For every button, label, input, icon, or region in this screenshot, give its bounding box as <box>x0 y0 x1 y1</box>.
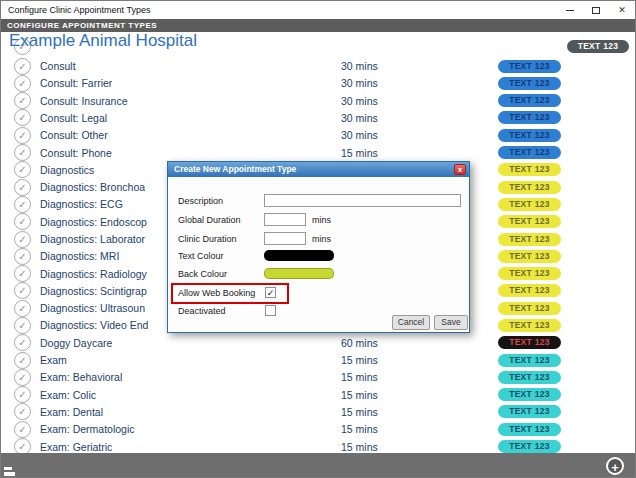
text-colour-label: Text Colour <box>178 251 224 262</box>
appointment-duration: 30 mins <box>341 95 378 107</box>
app-window: Configure Clinic Appointment Types ✕ CON… <box>0 0 636 478</box>
check-circle-icon: ✓ <box>14 231 31 248</box>
allow-web-booking-label: Allow Web Booking <box>178 288 255 299</box>
dialog-body: Description Global Duration mins Clinic … <box>168 177 469 332</box>
minimize-button[interactable] <box>557 1 583 19</box>
add-appointment-button[interactable]: + <box>606 457 624 475</box>
check-circle-icon: ✓ <box>14 369 31 386</box>
partial-row-badge: TEXT 123 <box>567 40 629 53</box>
check-circle-icon: ✓ <box>14 109 31 126</box>
appointment-color-badge: TEXT 123 <box>498 129 561 142</box>
appointment-name: Diagnostics: Scintigrap <box>40 285 147 297</box>
appointment-color-badge: TEXT 123 <box>498 354 561 367</box>
list-item[interactable]: ✓Exam15 minsTEXT 123 <box>1 351 636 368</box>
appointment-name: Consult: Farrier <box>40 77 112 89</box>
list-item[interactable]: ✓Consult: Other30 minsTEXT 123 <box>1 127 636 144</box>
create-appointment-dialog: Create New Appointment Type x Descriptio… <box>167 161 470 333</box>
appointment-name: Exam: Dermatologic <box>40 423 135 435</box>
clinic-duration-label: Clinic Duration <box>178 234 237 245</box>
appointment-name: Consult: Legal <box>40 112 107 124</box>
appointment-duration: 60 mins <box>341 337 378 349</box>
check-circle-icon: ✓ <box>14 75 31 92</box>
appointment-color-badge: TEXT 123 <box>498 60 561 73</box>
text-colour-swatch[interactable] <box>264 250 334 261</box>
deactivated-checkbox[interactable] <box>265 305 276 316</box>
appointment-color-badge: TEXT 123 <box>498 423 561 436</box>
appointment-color-badge: TEXT 123 <box>498 181 561 194</box>
back-colour-label: Back Colour <box>178 269 227 280</box>
list-item[interactable]: ✓Consult: Insurance30 minsTEXT 123 <box>1 92 636 109</box>
appointment-duration: 15 mins <box>341 406 378 418</box>
appointment-name: Diagnostics: Ultrasoun <box>40 302 145 314</box>
corner-mark-icon <box>4 472 15 476</box>
check-circle-icon: ✓ <box>14 144 31 161</box>
close-button[interactable]: ✕ <box>609 1 635 19</box>
global-duration-input[interactable] <box>264 213 306 226</box>
appointment-name: Exam: Colic <box>40 389 96 401</box>
appointment-color-badge: TEXT 123 <box>498 198 561 211</box>
appointment-name: Diagnostics: Laborator <box>40 233 145 245</box>
list-item[interactable]: ✓Exam: Dermatologic15 minsTEXT 123 <box>1 421 636 438</box>
dialog-close-button[interactable]: x <box>454 164 466 175</box>
check-circle-icon: ✓ <box>14 300 31 317</box>
appointment-color-badge: TEXT 123 <box>498 111 561 124</box>
appointment-duration: 30 mins <box>341 112 378 124</box>
minimize-icon <box>566 10 574 11</box>
appointment-color-badge: TEXT 123 <box>498 388 561 401</box>
window-controls: ✕ <box>557 1 635 19</box>
clinic-duration-input[interactable] <box>264 232 306 245</box>
list-item[interactable]: ✓Consult30 minsTEXT 123 <box>1 57 636 74</box>
dialog-title: Create New Appointment Type <box>174 164 296 174</box>
appointment-color-badge: TEXT 123 <box>498 302 561 315</box>
back-colour-swatch[interactable] <box>264 268 334 279</box>
appointment-duration: 15 mins <box>341 354 378 366</box>
allow-web-booking-checkbox[interactable]: ✓ <box>265 287 276 298</box>
list-item[interactable]: ✓Exam: Behavioral15 minsTEXT 123 <box>1 369 636 386</box>
global-duration-unit: mins <box>312 215 331 225</box>
check-circle-icon: ✓ <box>14 161 31 178</box>
list-item[interactable]: ✓Consult: Legal30 minsTEXT 123 <box>1 109 636 126</box>
list-item[interactable]: ✓Consult: Farrier30 minsTEXT 123 <box>1 75 636 92</box>
appointment-name: Consult: Other <box>40 129 108 141</box>
check-circle-icon: ✓ <box>14 386 31 403</box>
appointment-name: Exam <box>40 354 67 366</box>
appointment-duration: 30 mins <box>341 129 378 141</box>
appointment-color-badge: TEXT 123 <box>498 371 561 384</box>
appointment-name: Consult: Insurance <box>40 95 128 107</box>
appointment-color-badge: TEXT 123 <box>498 284 561 297</box>
appointment-name: Consult <box>40 60 76 72</box>
description-input[interactable] <box>264 194 461 207</box>
appointment-color-badge: TEXT 123 <box>498 77 561 90</box>
description-label: Description <box>178 196 223 207</box>
title-bar: Configure Clinic Appointment Types ✕ <box>1 1 635 19</box>
appointment-name: Diagnostics: Video End <box>40 319 148 331</box>
check-circle-icon: ✓ <box>14 282 31 299</box>
appointment-name: Diagnostics: ECG <box>40 198 123 210</box>
appointment-name: Diagnostics: MRI <box>40 250 119 262</box>
appointment-name: Diagnostics: Endoscop <box>40 216 147 228</box>
list-item[interactable]: ✓Doggy Daycare60 minsTEXT 123 <box>1 334 636 351</box>
appointment-color-badge: TEXT 123 <box>498 94 561 107</box>
appointment-name: Exam: Dental <box>40 406 103 418</box>
deactivated-label: Deactivated <box>178 306 226 317</box>
check-circle-icon: ✓ <box>14 58 31 75</box>
list-item[interactable]: ✓Exam: Colic15 minsTEXT 123 <box>1 386 636 403</box>
check-circle-icon: ✓ <box>14 403 31 420</box>
appointment-duration: 15 mins <box>341 389 378 401</box>
dialog-title-bar: Create New Appointment Type x <box>168 162 469 177</box>
appointment-color-badge: TEXT 123 <box>498 405 561 418</box>
bottom-bar: + <box>1 453 635 478</box>
clinic-duration-unit: mins <box>312 234 331 244</box>
appointment-name: Doggy Daycare <box>40 337 112 349</box>
maximize-button[interactable] <box>583 1 609 19</box>
save-button[interactable]: Save <box>434 315 468 330</box>
cancel-button[interactable]: Cancel <box>392 315 430 330</box>
global-duration-label: Global Duration <box>178 215 241 226</box>
check-circle-icon: ✓ <box>14 421 31 438</box>
list-item[interactable]: ✓Exam: Dental15 minsTEXT 123 <box>1 403 636 420</box>
appointment-duration: 30 mins <box>341 60 378 72</box>
appointment-name: Consult: Phone <box>40 147 112 159</box>
check-circle-icon: ✓ <box>14 334 31 351</box>
list-item[interactable]: ✓Consult: Phone15 minsTEXT 123 <box>1 144 636 161</box>
appointment-duration: 30 mins <box>341 77 378 89</box>
